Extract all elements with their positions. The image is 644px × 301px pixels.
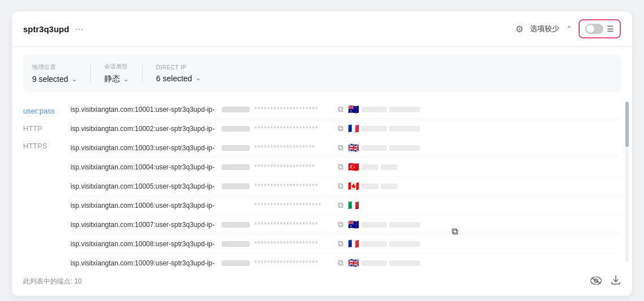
copy-icon[interactable]: ⧉ bbox=[338, 143, 343, 152]
session-chevron-icon: ⌄ bbox=[123, 76, 129, 83]
info-blur bbox=[361, 126, 387, 132]
proxy-url: isp.visitxiangtan.com:10004:user-sptr3q3… bbox=[70, 163, 217, 171]
info-blur bbox=[381, 164, 398, 170]
geo-value: 9 selected bbox=[32, 75, 68, 84]
info-blur bbox=[361, 107, 387, 112]
eye-icon[interactable] bbox=[590, 276, 602, 287]
geo-select[interactable]: 9 selected ⌄ bbox=[32, 75, 77, 84]
nav-item-userpass[interactable]: user:pass bbox=[23, 104, 59, 117]
proxy-url: isp.visitxiangtan.com:10001:user-sptr3q3… bbox=[70, 106, 217, 114]
info-blur bbox=[389, 222, 420, 228]
flag-cell: 🇬🇧 bbox=[348, 142, 420, 153]
country-flag: 🇬🇧 bbox=[348, 258, 359, 268]
proxy-password: ******************* bbox=[254, 163, 333, 171]
table-row: isp.visitxiangtan.com:10004:user-sptr3q3… bbox=[68, 158, 621, 177]
flag-cell: 🇮🇹 bbox=[348, 200, 359, 211]
flag-cell: 🇹🇷 bbox=[348, 162, 398, 172]
direct-ip-filter: DIRECT IP 6 selected ⌄ bbox=[156, 64, 201, 83]
header-left: sptr3q3upd ··· bbox=[23, 23, 83, 35]
menu-icon[interactable]: ☰ bbox=[607, 24, 614, 33]
proxy-password: ******************** bbox=[254, 221, 333, 229]
session-value: 静态 bbox=[104, 74, 120, 84]
table-row: isp.visitxiangtan.com:10003:user-sptr3q3… bbox=[68, 138, 621, 158]
country-flag: 🇨🇦 bbox=[348, 181, 359, 191]
settings-icon[interactable]: ⚙ bbox=[515, 24, 523, 34]
proxy-url: isp.visitxiangtan.com:10007:user-sptr3q3… bbox=[70, 221, 217, 229]
flag-cell: 🇫🇷 bbox=[348, 123, 420, 134]
session-select[interactable]: 静态 ⌄ bbox=[104, 74, 129, 84]
flag-cell: 🇫🇷 bbox=[348, 238, 420, 249]
info-blur bbox=[389, 260, 420, 266]
proxy-ip-blur bbox=[222, 164, 250, 170]
proxy-url: isp.visitxiangtan.com:10006:user-sptr3q3… bbox=[70, 202, 217, 210]
proxy-password: ******************** bbox=[254, 259, 333, 267]
country-flag: 🇫🇷 bbox=[348, 238, 359, 249]
nav-item-https[interactable]: HTTPS bbox=[23, 139, 59, 152]
scrollbar-thumb[interactable] bbox=[625, 102, 629, 147]
proxy-password: ******************** bbox=[254, 182, 333, 190]
info-blur bbox=[361, 145, 387, 151]
options-label: 选项较少 bbox=[530, 24, 559, 34]
info-blur bbox=[361, 241, 387, 247]
filters-bar: 地理位置 9 selected ⌄ 会话类型 静态 ⌄ DIRECT IP 6 … bbox=[23, 55, 621, 92]
table-row: isp.visitxiangtan.com:10002:user-sptr3q3… bbox=[68, 119, 621, 138]
table-row: isp.visitxiangtan.com:10009:user-sptr3q3… bbox=[68, 254, 621, 269]
country-flag: 🇫🇷 bbox=[348, 123, 359, 134]
app-title: sptr3q3upd bbox=[23, 24, 69, 34]
geo-filter: 地理位置 9 selected ⌄ bbox=[32, 63, 77, 84]
scrollbar-track bbox=[625, 102, 629, 262]
header: sptr3q3upd ··· ⚙ 选项较少 ⌃ ☰ bbox=[12, 11, 632, 47]
country-flag: 🇦🇺 bbox=[348, 219, 359, 230]
endpoint-count: 此列表中的端点: 10 bbox=[23, 277, 82, 286]
proxy-password: ******************* bbox=[254, 144, 333, 152]
toggle-container[interactable]: ☰ bbox=[579, 19, 621, 38]
copy-icon[interactable]: ⧉ bbox=[338, 239, 343, 248]
direct-ip-chevron-icon: ⌄ bbox=[196, 75, 201, 82]
footer-bar: 此列表中的端点: 10 bbox=[12, 269, 632, 296]
flag-cell: 🇦🇺 bbox=[348, 104, 420, 115]
copy-icon[interactable]: ⧉ bbox=[338, 258, 343, 268]
flag-cell: 🇨🇦 bbox=[348, 181, 398, 191]
nav-item-http[interactable]: HTTP bbox=[23, 122, 59, 135]
info-blur bbox=[389, 107, 420, 112]
proxy-url: isp.visitxiangtan.com:10005:user-sptr3q3… bbox=[70, 182, 217, 190]
proxy-password: ******************** bbox=[254, 125, 333, 133]
copy-icon[interactable]: ⧉ bbox=[338, 200, 343, 210]
table-row: isp.visitxiangtan.com:10006:user-sptr3q3… bbox=[68, 196, 621, 215]
session-label: 会话类型 bbox=[104, 63, 129, 71]
proxy-url: isp.visitxiangtan.com:10008:user-sptr3q3… bbox=[70, 240, 217, 248]
info-blur bbox=[361, 184, 378, 189]
download-icon[interactable] bbox=[611, 275, 621, 288]
country-flag: 🇮🇹 bbox=[348, 200, 359, 211]
table-row: isp.visitxiangtan.com:10005:user-sptr3q3… bbox=[68, 177, 621, 196]
copy-icon[interactable]: ⧉ bbox=[338, 162, 343, 172]
country-flag: 🇹🇷 bbox=[348, 162, 359, 172]
geo-label: 地理位置 bbox=[32, 63, 77, 71]
filter-divider-1 bbox=[90, 64, 91, 82]
toggle-switch[interactable] bbox=[585, 24, 603, 34]
flag-cell: 🇬🇧 bbox=[348, 258, 420, 268]
proxy-ip-blur bbox=[222, 241, 250, 247]
proxy-ip-blur bbox=[222, 145, 250, 151]
content-area: user:pass HTTP HTTPS isp.visitxiangtan.c… bbox=[12, 100, 632, 269]
proxy-url: isp.visitxiangtan.com:10002:user-sptr3q3… bbox=[70, 125, 217, 133]
info-blur bbox=[361, 260, 387, 266]
more-options-button[interactable]: ··· bbox=[75, 23, 83, 35]
proxy-password: ******************** bbox=[254, 106, 333, 114]
flag-cell: 🇦🇺 bbox=[348, 219, 420, 230]
info-blur bbox=[389, 126, 420, 132]
chevron-up-icon: ⌃ bbox=[566, 25, 572, 33]
copy-icon[interactable]: ⧉ bbox=[338, 104, 343, 114]
proxy-ip-blur bbox=[222, 260, 250, 266]
footer-actions bbox=[590, 275, 621, 288]
copy-icon[interactable]: ⧉ bbox=[338, 220, 343, 229]
copy-icon[interactable]: ⧉ bbox=[338, 124, 343, 133]
copy-icon[interactable]: ⧉ bbox=[338, 181, 343, 191]
country-flag: 🇦🇺 bbox=[348, 104, 359, 115]
main-container: sptr3q3upd ··· ⚙ 选项较少 ⌃ ☰ 地理位置 9 selecte… bbox=[12, 11, 632, 296]
country-flag: 🇬🇧 bbox=[348, 142, 359, 153]
proxy-password: ********************* bbox=[254, 202, 333, 210]
direct-ip-select[interactable]: 6 selected ⌄ bbox=[156, 74, 201, 83]
proxy-ip-blur bbox=[222, 184, 250, 189]
proxy-url: isp.visitxiangtan.com:10009:user-sptr3q3… bbox=[70, 259, 217, 267]
